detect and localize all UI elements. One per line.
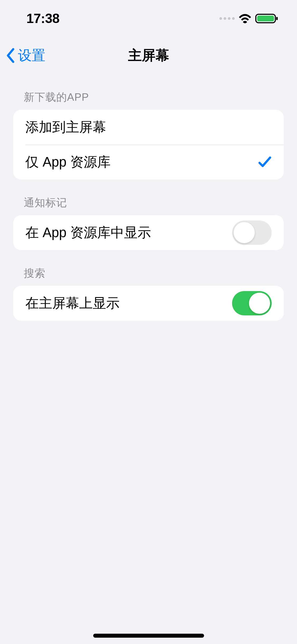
group-search: 在主屏幕上显示 bbox=[13, 286, 284, 321]
section-header-search: 搜索 bbox=[13, 250, 284, 286]
option-label: 仅 App 资源库 bbox=[25, 153, 111, 171]
battery-icon bbox=[255, 13, 279, 24]
home-indicator[interactable] bbox=[93, 634, 204, 638]
row-show-on-home: 在主屏幕上显示 bbox=[13, 286, 284, 321]
chevron-left-icon bbox=[5, 48, 16, 63]
back-label: 设置 bbox=[18, 46, 45, 65]
svg-rect-2 bbox=[276, 17, 278, 20]
back-button[interactable]: 设置 bbox=[5, 46, 45, 65]
option-app-library-only[interactable]: 仅 App 资源库 bbox=[13, 145, 284, 180]
checkmark-icon bbox=[258, 155, 272, 169]
option-add-to-home[interactable]: 添加到主屏幕 bbox=[13, 110, 284, 145]
status-indicators bbox=[219, 13, 279, 24]
group-badges: 在 App 资源库中显示 bbox=[13, 215, 284, 250]
switch-knob bbox=[249, 293, 270, 314]
status-time: 17:38 bbox=[26, 11, 59, 26]
section-header-badges: 通知标记 bbox=[13, 180, 284, 215]
toggle-show-on-home[interactable] bbox=[232, 291, 272, 315]
group-new-apps: 添加到主屏幕 仅 App 资源库 bbox=[13, 110, 284, 180]
row-label: 在主屏幕上显示 bbox=[25, 294, 120, 312]
cellular-dots-icon bbox=[219, 17, 235, 20]
toggle-show-in-library[interactable] bbox=[232, 220, 272, 245]
wifi-icon bbox=[238, 13, 252, 24]
row-show-in-library: 在 App 资源库中显示 bbox=[13, 215, 284, 250]
status-bar: 17:38 bbox=[0, 0, 297, 37]
svg-rect-1 bbox=[257, 16, 274, 21]
section-header-new-apps: 新下载的APP bbox=[13, 74, 284, 110]
nav-bar: 设置 主屏幕 bbox=[0, 37, 297, 74]
switch-knob bbox=[234, 222, 255, 243]
option-label: 添加到主屏幕 bbox=[25, 118, 106, 136]
content: 新下载的APP 添加到主屏幕 仅 App 资源库 通知标记 在 App 资源库中… bbox=[0, 74, 297, 321]
row-label: 在 App 资源库中显示 bbox=[25, 224, 151, 242]
